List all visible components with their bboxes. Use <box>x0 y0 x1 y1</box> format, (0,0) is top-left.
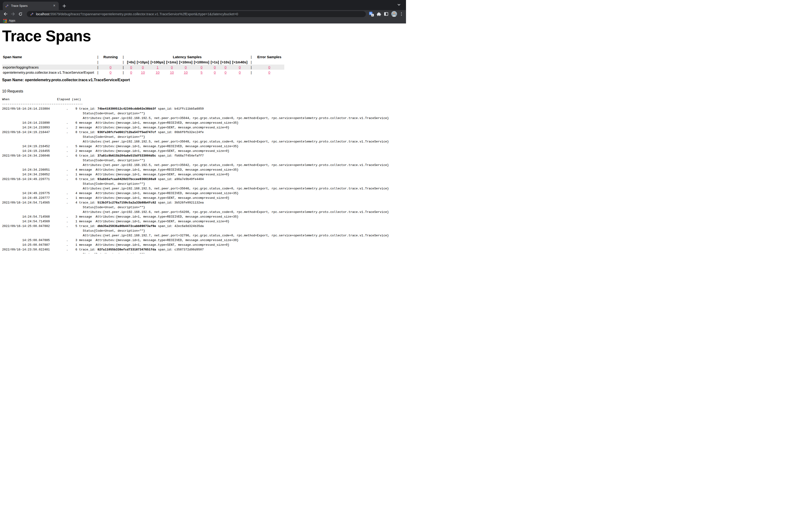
toolbar-actions: G A <box>369 11 404 17</box>
trace-record: 2022/09/16-14:24:49.220771 . 6 trace_id:… <box>2 177 406 201</box>
record-message: 14:25:00.047885 . 3 message Attributes:{… <box>2 238 239 242</box>
record-when: 2022/09/16-14:24:34.236046 . 6 trace_id: <box>2 154 98 158</box>
latency-count-link[interactable]: 10 <box>156 70 159 74</box>
record-message: 14:24:54.714568 . 3 message Attributes:{… <box>2 215 239 219</box>
latency-count-link[interactable]: 0 <box>185 65 187 69</box>
request-list-header: When Elapsed (sec) ---------------------… <box>2 97 406 107</box>
running-count-link[interactable]: 0 <box>109 70 111 74</box>
bucket-label: [>10s] <box>220 59 232 64</box>
latency-count-link[interactable]: 5 <box>201 70 203 74</box>
apps-grid-icon <box>3 19 7 22</box>
bucket-label: [>1ms] <box>165 59 178 64</box>
col-error-samples: Error Samples <box>254 54 284 59</box>
page-title: Trace Spans <box>2 27 406 45</box>
trace-record: 2022/09/16-14:23:50.022481 . 6 trace_id:… <box>2 247 406 253</box>
telescope-favicon-icon <box>30 12 34 16</box>
url-bar[interactable]: localhost:55679/debug/tracez?zspanname=o… <box>27 11 366 17</box>
tab-search-chevron-icon[interactable] <box>397 3 401 7</box>
column-separator: | <box>248 54 254 59</box>
latency-count-link[interactable]: 0 <box>130 65 132 69</box>
browser-menu-kebab-icon[interactable] <box>400 12 403 16</box>
tab-title: Trace Spans <box>11 4 50 7</box>
record-message: 14:24:49.220775 . 4 message Attributes:{… <box>2 191 239 195</box>
column-separator: | <box>95 70 101 75</box>
record-message: 14:24:19.216452 . 5 message Attributes:{… <box>2 145 239 148</box>
running-count-link[interactable]: 0 <box>109 65 111 69</box>
table-row: opentelemetry.proto.collector.trace.v1.T… <box>2 70 284 75</box>
reload-button[interactable] <box>17 11 23 17</box>
column-separator: | <box>95 59 101 64</box>
bucket-label: [>100µs] <box>150 59 165 64</box>
record-status: Status{Code=Unset, description=""} <box>2 159 145 162</box>
record-status: Status{Code=Unset, description=""} <box>2 229 145 233</box>
header-divider: ----------------------------------------… <box>2 102 83 106</box>
latency-count-link[interactable]: 0 <box>130 70 132 74</box>
when-elapsed-header: When Elapsed (sec) <box>2 98 81 101</box>
trace-id: 82fa11055b338efcd733187347651fda <box>98 248 156 251</box>
latency-count-link[interactable]: 10 <box>170 70 174 74</box>
latency-count-link[interactable]: 0 <box>224 70 226 74</box>
record-when: 2022/09/16-14:24:49.220771 . 6 trace_id: <box>2 177 98 181</box>
tab-close-icon[interactable]: × <box>52 4 56 8</box>
trace-record: 2022/09/16-14:24:54.714565 . 4 trace_id:… <box>2 201 406 224</box>
record-status: Status{Code=Unset, description=""} <box>2 252 145 253</box>
record-message: 14:24:14.233890 . 6 message Attributes:{… <box>2 121 239 125</box>
latency-count-link[interactable]: 10 <box>184 70 188 74</box>
translate-icon[interactable]: G A <box>369 12 374 16</box>
error-count-link[interactable]: 0 <box>268 65 270 69</box>
column-separator: | <box>248 59 254 64</box>
translate-a: A <box>371 14 374 16</box>
latency-count-link[interactable]: 0 <box>214 65 216 69</box>
record-status: Status{Code=Unset, description=""} <box>2 135 145 139</box>
back-button[interactable] <box>2 11 8 17</box>
span-name-cell: exporter/logging/traces <box>2 64 95 70</box>
span-id: span_id: 42ec6a9d324b35da <box>156 224 204 228</box>
span-id: span_id: 3b526fe9921132ea <box>156 201 204 205</box>
trace-id: 74be418390512c42346cddb02e38bb3f <box>98 107 156 111</box>
url-text: localhost:55679/debug/tracez?zspanname=o… <box>36 12 238 16</box>
latency-count-link[interactable]: 0 <box>214 70 216 74</box>
table-row: exporter/logging/traces | 0 | 0 0 1 0 0 … <box>2 64 284 70</box>
latency-count-link[interactable]: 0 <box>171 65 173 69</box>
latency-count-link[interactable]: 0 <box>224 65 226 69</box>
record-status: Status{Code=Unset, description=""} <box>2 112 145 115</box>
record-when: 2022/09/16-14:23:50.022481 . 6 trace_id: <box>2 248 98 251</box>
trace-id: dbb35e25936a90b4472cabb89073af9e <box>98 224 156 228</box>
side-panel-icon[interactable] <box>384 12 388 16</box>
url-host: localhost <box>36 12 49 16</box>
latency-count-link[interactable]: 0 <box>142 65 144 69</box>
forward-button[interactable] <box>10 11 16 17</box>
record-when: 2022/09/16-14:24:54.714565 . 4 trace_id: <box>2 201 98 205</box>
record-message: 14:24:34.236052 . 1 message Attributes:{… <box>2 173 229 176</box>
latency-count-link[interactable]: 0 <box>239 70 241 74</box>
latency-count-link[interactable]: 10 <box>141 70 145 74</box>
extensions-puzzle-icon[interactable] <box>377 12 381 16</box>
record-message: 14:24:34.236051 . 4 message Attributes:{… <box>2 168 239 172</box>
record-message: 14:24:19.216455 . 2 message Attributes:{… <box>2 149 229 153</box>
latency-count-link[interactable]: 0 <box>201 65 203 69</box>
trace-record: 2022/09/16-14:24:19.216447 . 8 trace_id:… <box>2 130 406 154</box>
record-attributes: Attributes:{net.peer.ip=192.168.192.5, n… <box>2 116 389 120</box>
bucket-label: [>0s] <box>126 59 136 64</box>
record-status: Status{Code=Unset, description=""} <box>2 206 145 209</box>
profile-avatar[interactable] <box>391 11 397 17</box>
col-latency-samples: Latency Samples <box>126 54 248 59</box>
bucket-label: [>10µs] <box>136 59 150 64</box>
trace-id: 513b3f1c276a7159c5a2a33b88b4fc82 <box>98 201 156 205</box>
col-running: Running <box>101 54 120 59</box>
browser-tab[interactable]: Trace Spans × <box>3 2 59 10</box>
browser-toolbar: localhost:55679/debug/tracez?zspanname=o… <box>0 10 406 18</box>
record-attributes: Attributes:{net.peer.ip=192.168.192.6, n… <box>2 210 389 214</box>
column-separator: | <box>120 54 126 59</box>
selected-span-name: Span Name: opentelemetry.proto.collector… <box>2 78 406 82</box>
new-tab-button[interactable] <box>61 2 68 9</box>
latency-count-link[interactable]: 1 <box>157 65 159 69</box>
tracez-page: Trace Spans Span Name | Running | Latenc… <box>0 27 406 253</box>
span-id: span_id: c3587372d98d9507 <box>156 248 204 251</box>
column-separator: | <box>95 54 101 59</box>
record-when: 2022/09/16-14:24:14.233884 . 9 trace_id: <box>2 107 98 111</box>
bucket-label: [>1m40s] <box>232 59 248 64</box>
bookmarks-apps-item[interactable]: Apps <box>3 19 15 22</box>
latency-count-link[interactable]: 0 <box>239 65 241 69</box>
error-count-link[interactable]: 0 <box>268 70 270 74</box>
